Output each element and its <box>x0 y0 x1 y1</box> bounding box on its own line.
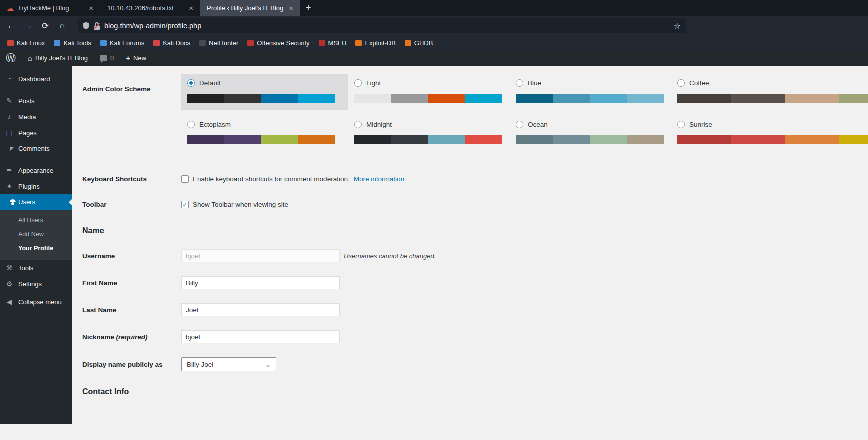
checkmark-icon: ✓ <box>182 201 188 208</box>
tab-close-icon[interactable]: × <box>87 4 95 12</box>
collapse-menu-button[interactable]: ◀Collapse menu <box>0 294 72 310</box>
tab-robots-txt[interactable]: 10.10.43.206/robots.txt × <box>100 0 200 16</box>
submenu-your-profile[interactable]: Your Profile <box>0 241 72 255</box>
sidebar-item-pages[interactable]: ▤Pages <box>0 125 72 141</box>
url-bar[interactable]: blog.thm/wp-admin/profile.php ☆ <box>78 18 686 33</box>
radio-midnight[interactable] <box>354 121 362 128</box>
scheme-coffee[interactable]: Coffee <box>671 74 868 110</box>
sidebar-item-settings[interactable]: ⚙Settings <box>0 276 72 292</box>
tab-title: 10.10.43.206/robots.txt <box>107 4 183 12</box>
scheme-name: Sunrise <box>689 121 712 128</box>
scheme-swatches <box>354 94 502 103</box>
radio-light[interactable] <box>354 79 362 87</box>
radio-ocean[interactable] <box>516 121 523 128</box>
home-button[interactable]: ⌂ <box>55 19 70 33</box>
bookmark-msfu[interactable]: MSFU <box>315 38 350 48</box>
bookmark-icon <box>199 40 206 46</box>
first-name-input[interactable] <box>181 276 340 289</box>
home-icon: ⌂ <box>28 54 32 62</box>
scheme-swatches <box>677 94 868 103</box>
users-submenu: All Users Add New Your Profile <box>0 210 72 260</box>
radio-ectoplasm[interactable] <box>187 121 195 128</box>
scheme-default[interactable]: Default <box>181 74 348 110</box>
comments-menu[interactable]: 0 <box>94 50 120 66</box>
sidebar-item-dashboard[interactable]: ◔Dashboard <box>0 71 72 87</box>
tracking-protection-shield-icon[interactable] <box>83 22 89 30</box>
sidebar-item-plugins[interactable]: ✦Plugins <box>0 178 72 194</box>
bookmark-icon <box>100 40 107 46</box>
bookmark-icon <box>7 40 14 46</box>
show-toolbar-checkbox[interactable]: ✓ <box>181 201 189 208</box>
tab-close-icon[interactable]: × <box>187 4 195 12</box>
scheme-light[interactable]: Light <box>348 74 510 110</box>
display-name-label: Display name publicly as <box>82 361 181 368</box>
radio-coffee[interactable] <box>677 79 685 87</box>
sidebar-item-appearance[interactable]: ✒Appearance <box>0 162 72 178</box>
nickname-input[interactable] <box>181 330 340 343</box>
radio-sunrise[interactable] <box>677 121 685 128</box>
new-tab-button[interactable]: + <box>300 0 317 16</box>
bookmark-kali-forums[interactable]: Kali Forums <box>97 38 148 48</box>
bookmark-kali-docs[interactable]: Kali Docs <box>150 38 194 48</box>
bookmark-exploit-db[interactable]: Exploit-DB <box>352 38 399 48</box>
scheme-name: Blue <box>528 79 541 87</box>
scheme-name: Ectoplasm <box>199 121 231 128</box>
url-text[interactable]: blog.thm/wp-admin/profile.php <box>104 22 669 30</box>
radio-default[interactable] <box>187 79 195 87</box>
sidebar-item-posts[interactable]: ✎Posts <box>0 93 72 109</box>
display-name-select[interactable]: Billy Joel ⌄ <box>181 357 276 371</box>
reload-button[interactable]: ⟳ <box>38 19 53 33</box>
insecure-lock-icon[interactable] <box>94 22 100 30</box>
bookmark-kali-tools[interactable]: Kali Tools <box>50 38 94 48</box>
last-name-input[interactable] <box>181 303 340 316</box>
scheme-swatches <box>187 135 335 144</box>
comments-bubble-icon <box>100 55 107 61</box>
bookmark-nethunter[interactable]: NetHunter <box>196 38 242 48</box>
scheme-ectoplasm[interactable]: Ectoplasm <box>181 116 348 151</box>
username-row: Username Usernames cannot be changed. <box>82 249 868 262</box>
bookmark-label: Exploit-DB <box>365 39 395 47</box>
scheme-ocean[interactable]: Ocean <box>510 116 671 151</box>
last-name-label: Last Name <box>82 306 181 314</box>
wp-logo-menu[interactable]: Ⓦ <box>0 50 22 66</box>
sidebar-item-comments[interactable]: Comments <box>0 141 72 156</box>
bookmark-icon <box>153 40 160 46</box>
username-input[interactable] <box>181 249 340 262</box>
forward-button[interactable]: → <box>21 19 36 33</box>
scheme-sunrise[interactable]: Sunrise <box>671 116 868 151</box>
submenu-all-users[interactable]: All Users <box>0 213 72 227</box>
site-name-menu[interactable]: ⌂ Billy Joel's IT Blog <box>22 50 94 66</box>
profile-form: Admin Color Scheme Default Light Blue Co… <box>72 66 868 424</box>
new-content-menu[interactable]: + New <box>120 50 152 66</box>
sidebar-item-users[interactable]: Users <box>0 194 72 210</box>
more-information-link[interactable]: More information <box>354 175 404 183</box>
bookmark-kali-linux[interactable]: Kali Linux <box>4 38 48 48</box>
scheme-swatches <box>677 135 868 144</box>
tab-profile-active[interactable]: Profile ‹ Billy Joel's IT Blog — W × <box>200 0 300 16</box>
sidebar-item-tools[interactable]: ⚒Tools <box>0 260 72 276</box>
toolbar-text: Show Toolbar when viewing site <box>193 201 288 208</box>
bookmark-label: Kali Forums <box>110 39 144 47</box>
name-section-heading: Name <box>82 226 868 235</box>
tryhackme-favicon-icon: ☁ <box>7 4 14 12</box>
scheme-name: Midnight <box>366 121 392 128</box>
bookmark-ghdb[interactable]: GHDB <box>401 38 437 48</box>
bookmark-offensive-security[interactable]: Offensive Security <box>244 38 313 48</box>
sidebar-item-label: Tools <box>18 264 33 272</box>
keyboard-shortcuts-checkbox[interactable] <box>181 175 189 183</box>
bookmark-icon <box>319 40 325 46</box>
sidebar-item-label: Posts <box>18 97 35 105</box>
nickname-label: Nickname (required) <box>82 333 181 341</box>
scheme-blue[interactable]: Blue <box>510 74 671 110</box>
tab-close-icon[interactable]: × <box>287 4 295 12</box>
submenu-add-new[interactable]: Add New <box>0 227 72 241</box>
tab-tryhackme[interactable]: ☁ TryHackMe | Blog × <box>0 0 100 16</box>
back-button[interactable]: ← <box>4 19 19 33</box>
sidebar-item-media[interactable]: ♪Media <box>0 109 72 125</box>
scheme-midnight[interactable]: Midnight <box>348 116 510 151</box>
chevron-down-icon: ⌄ <box>265 361 271 368</box>
radio-blue[interactable] <box>516 79 523 87</box>
username-note: Usernames cannot be changed. <box>344 252 436 260</box>
color-schemes-grid: Default Light Blue Coffee Ectoplasm <box>181 74 868 151</box>
bookmark-star-icon[interactable]: ☆ <box>674 21 681 31</box>
